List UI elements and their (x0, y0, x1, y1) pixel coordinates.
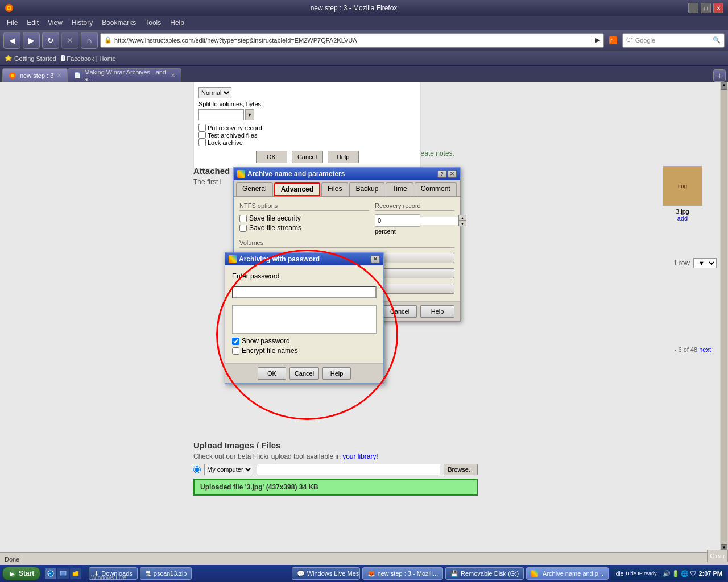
tab-close-icon[interactable]: ✕ (171, 72, 175, 78)
winrar-help-footer-btn[interactable]: Help (420, 305, 454, 318)
split-volume-input[interactable] (198, 109, 244, 120)
save-file-security-checkbox[interactable] (239, 215, 247, 222)
winrar-help-btn[interactable]: ? (437, 170, 446, 178)
recovery-input[interactable] (375, 217, 458, 225)
taskbar-removable[interactable]: 💾 Removable Disk (G:) (445, 567, 524, 580)
save-file-security-row: Save file security (239, 214, 369, 222)
bookmark-facebook[interactable]: f Facebook | Home (61, 55, 116, 62)
show-desktop-icon[interactable] (57, 568, 69, 579)
folder-icon[interactable] (70, 568, 81, 579)
taskbar-pscan[interactable]: 🗜 pscan13.zip (140, 567, 192, 580)
maximize-button[interactable]: □ (701, 3, 711, 13)
back-button[interactable]: ◀ (3, 32, 20, 49)
ok-btn-top[interactable]: OK (256, 151, 287, 163)
menu-bookmarks[interactable]: Bookmarks (97, 18, 140, 28)
search-icon[interactable]: 🔍 (713, 36, 721, 44)
menu-help[interactable]: Help (166, 18, 189, 28)
feeds-button[interactable]: r (606, 34, 620, 47)
tray-icon-3[interactable]: 🌐 (681, 570, 689, 577)
stop-button[interactable]: ✕ (61, 32, 78, 49)
spin-down[interactable]: ▼ (458, 221, 466, 226)
save-file-streams-checkbox[interactable] (239, 225, 247, 232)
next-link[interactable]: next (699, 346, 711, 353)
clear-button[interactable]: Clear (707, 550, 728, 562)
your-library-link[interactable]: your library (342, 452, 376, 460)
upload-source-select[interactable]: My computer (204, 464, 253, 475)
fb-icon: f (61, 55, 65, 61)
help-btn-top[interactable]: Help (328, 151, 359, 163)
ie-icon[interactable]: e (45, 568, 56, 579)
taskbar: ▶ Start e ⬇ Downloads 🗜 pscan13.zip Wind… (0, 565, 728, 582)
encrypt-names-checkbox[interactable] (232, 347, 239, 355)
address-bar[interactable]: 🔒 http://www.instructables.com/edit/new?… (100, 33, 604, 48)
file-path-input[interactable] (257, 464, 440, 475)
cancel-btn-top[interactable]: Cancel (292, 151, 323, 163)
upload-radio[interactable] (193, 466, 201, 473)
tab-new-step[interactable]: new step : 3 ✕ (2, 68, 68, 82)
tab-general[interactable]: General (236, 182, 273, 196)
show-password-row: Show password (232, 337, 377, 345)
winrar-cancel-btn[interactable]: Cancel (383, 305, 417, 318)
menu-tools[interactable]: Tools (140, 18, 166, 28)
menu-view[interactable]: View (43, 18, 67, 28)
recovery-record-checkbox[interactable] (198, 124, 206, 131)
svg-rect-12 (61, 575, 65, 576)
archive-type-dropdown[interactable]: Normal (198, 87, 231, 98)
taskbar-firefox[interactable]: 🦊 new step : 3 - Mozill... (362, 567, 443, 580)
password-input[interactable] (232, 286, 377, 298)
tab-advanced[interactable]: Advanced (274, 182, 320, 196)
save-file-streams-row: Save file streams (239, 224, 369, 232)
show-password-checkbox[interactable] (232, 338, 239, 345)
tab-backup[interactable]: Backup (349, 182, 384, 196)
menu-edit[interactable]: Edit (22, 18, 43, 28)
start-button[interactable]: ▶ Start (2, 567, 40, 580)
bookmarks-bar: ⭐ Getting Started f Facebook | Home (0, 51, 728, 66)
winrar-close-btn[interactable]: ✕ (448, 170, 457, 178)
row-count-select[interactable]: ▼ (693, 258, 717, 268)
password-cancel-btn[interactable]: Cancel (289, 367, 319, 380)
svg-rect-11 (60, 571, 66, 575)
tab-files[interactable]: Files (321, 182, 348, 196)
lock-archive-option: Lock archive (198, 139, 416, 146)
menu-file[interactable]: File (2, 18, 22, 28)
taskbar-windows-live[interactable]: 💬 Windows Live Mess... (292, 567, 360, 580)
menu-history[interactable]: History (67, 18, 97, 28)
encrypt-names-row: Encrypt file names (232, 347, 377, 355)
tray-icon-4[interactable]: 🛡 (690, 570, 696, 577)
tray-icon-1[interactable]: 🔊 (663, 570, 671, 577)
search-bar[interactable]: G* Google 🔍 (622, 33, 725, 48)
pscan-icon: 🗜 (145, 570, 151, 577)
password-ok-btn[interactable]: OK (258, 367, 286, 380)
split-label: Split to volumes, bytes (198, 101, 261, 107)
forward-button[interactable]: ▶ (23, 32, 40, 49)
address-go-icon[interactable]: ▶ (595, 36, 600, 44)
lock-archive-checkbox[interactable] (198, 139, 206, 146)
test-archived-checkbox[interactable] (198, 131, 206, 139)
password-help-btn[interactable]: Help (322, 367, 351, 380)
bookmark-icon: ⭐ (5, 55, 13, 62)
close-button[interactable]: ✕ (713, 3, 723, 13)
spin-up[interactable]: ▲ (458, 215, 466, 221)
reload-button[interactable]: ↻ (42, 32, 59, 49)
minimize-button[interactable]: _ (688, 3, 698, 13)
window-title: new step : 3 - Mozilla Firefox (19, 4, 688, 12)
add-link[interactable]: add (648, 215, 717, 222)
tab-time[interactable]: Time (386, 182, 413, 196)
right-panel: img 3.jpg add (648, 166, 717, 222)
page-scrollbar[interactable]: ▲ ▼ (720, 82, 728, 552)
browse-button[interactable]: Browse... (444, 464, 478, 475)
window-controls: _ □ ✕ (688, 3, 723, 13)
home-button[interactable]: ⌂ (81, 32, 98, 49)
tab-winrar[interactable]: 📄 Making Winrar Archives - and a... ✕ (68, 68, 181, 82)
tab-comment[interactable]: Comment (415, 182, 457, 196)
tray-icon-2[interactable]: 🔋 (672, 570, 680, 577)
scroll-up-btn[interactable]: ▲ (721, 82, 727, 90)
bookmark-getting-started[interactable]: ⭐ Getting Started (5, 55, 56, 62)
upload-section: Upload Images / Files Check out our beta… (193, 440, 478, 496)
taskbar-archive[interactable]: Archive name and p... (526, 567, 609, 580)
taskbar-downloads[interactable]: ⬇ Downloads (89, 567, 137, 580)
split-volume-dropdown[interactable]: ▼ (245, 109, 254, 120)
new-tab-button[interactable]: + (713, 69, 726, 82)
tab-close-icon[interactable]: ✕ (57, 72, 61, 78)
password-close-btn[interactable]: ✕ (371, 255, 380, 263)
